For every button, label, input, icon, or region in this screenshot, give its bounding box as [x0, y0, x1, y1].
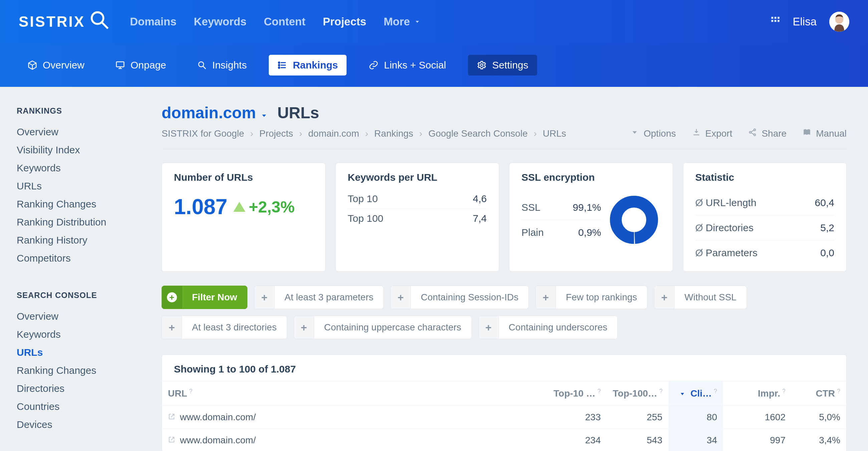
filter-pill[interactable]: +Containing underscores — [478, 316, 618, 339]
sidebar-item-urls[interactable]: URLs — [17, 177, 140, 195]
breadcrumb-item[interactable]: Google Search Console — [428, 128, 527, 139]
sidebar-item-urls[interactable]: URLs — [17, 343, 140, 361]
svg-line-24 — [751, 132, 754, 134]
kpi-title: Number of URLs — [162, 163, 325, 186]
urls-table: URL? Top-10 …? Top-100…? Cli…? Impr.? CT… — [162, 381, 846, 451]
kpi-delta: +2,3% — [234, 198, 294, 216]
gear-icon — [477, 60, 487, 70]
breadcrumb: SISTRIX for Google›Projects›domain.com›R… — [162, 128, 566, 139]
col-url[interactable]: URL? — [162, 381, 545, 406]
options-dropdown[interactable]: Options — [630, 128, 676, 139]
top-navbar: SISTRIX DomainsKeywordsContentProjectsMo… — [0, 0, 868, 43]
sidebar-item-countries[interactable]: Countries — [17, 397, 140, 416]
topnav-item-projects[interactable]: Projects — [323, 16, 366, 28]
filter-pill[interactable]: +At least 3 directories — [162, 316, 287, 339]
kpi-title: Keywords per URL — [336, 163, 499, 186]
sidebar-item-ranking-changes[interactable]: Ranking Changes — [17, 361, 140, 380]
plus-icon: + — [162, 286, 182, 309]
urls-table-card: Showing 1 to 100 of 1.087 URL? Top-10 …?… — [162, 355, 847, 451]
breadcrumb-item[interactable]: SISTRIX for Google — [162, 128, 244, 139]
subnav-item-settings[interactable]: Settings — [468, 55, 537, 76]
cell-clicks: 80 — [669, 406, 723, 429]
svg-line-12 — [203, 66, 206, 69]
col-ctr[interactable]: CTR? — [792, 381, 846, 406]
chevron-down-icon — [630, 128, 639, 139]
sidebar-item-competitors[interactable]: Competitors — [17, 249, 140, 267]
list-icon — [277, 60, 287, 70]
svg-rect-3 — [775, 17, 777, 19]
share-icon — [748, 128, 757, 139]
domain-name: domain.com — [162, 103, 256, 122]
table-row[interactable]: www.domain.com/2332558016025,0% — [162, 406, 846, 429]
cell-url: www.domain.com/ — [162, 406, 545, 429]
kpi-rows: Top 104,6Top 1007,4 — [336, 186, 499, 239]
user-name[interactable]: Elisa — [793, 16, 816, 28]
sort-desc-icon — [680, 388, 685, 399]
topnav-item-content[interactable]: Content — [264, 16, 306, 28]
export-button[interactable]: Export — [692, 128, 733, 139]
monitor-icon — [115, 60, 125, 70]
kpi-ssl-encryption: SSL encryption SSL99,1%Plain0,9% — [509, 163, 673, 272]
subnav-item-links-social[interactable]: Links + Social — [360, 55, 455, 76]
manual-button[interactable]: Manual — [803, 128, 847, 139]
domain-selector[interactable]: domain.com — [162, 103, 268, 122]
cell-ctr: 5,0% — [792, 406, 846, 429]
topnav-item-more[interactable]: More — [383, 16, 421, 28]
sidebar-heading: SEARCH CONSOLE — [17, 291, 140, 300]
table-showing: Showing 1 to 100 of 1.087 — [162, 355, 846, 381]
sidebar-item-overview[interactable]: Overview — [17, 307, 140, 325]
cell-top10: 233 — [545, 406, 607, 429]
cell-impr: 997 — [723, 429, 792, 451]
topnav-item-keywords[interactable]: Keywords — [194, 16, 247, 28]
plus-icon: + — [536, 286, 556, 309]
sidebar-item-keywords[interactable]: Keywords — [17, 325, 140, 343]
topnav-items: DomainsKeywordsContentProjectsMore — [130, 16, 421, 28]
col-top100[interactable]: Top-100…? — [607, 381, 669, 406]
col-top10[interactable]: Top-10 …? — [545, 381, 607, 406]
plus-icon: + — [254, 286, 274, 309]
subnav-item-rankings[interactable]: Rankings — [269, 55, 346, 76]
kpi-row: Plain0,9% — [522, 220, 601, 245]
cell-top100: 543 — [607, 429, 669, 451]
topnav-item-domains[interactable]: Domains — [130, 16, 176, 28]
sidebar-item-overview[interactable]: Overview — [17, 123, 140, 141]
brand[interactable]: SISTRIX — [19, 10, 110, 34]
filter-now-button[interactable]: +Filter Now — [162, 285, 247, 309]
topnav-right: Elisa — [771, 12, 849, 32]
col-clicks[interactable]: Cli…? — [669, 381, 723, 406]
breadcrumb-item[interactable]: Rankings — [374, 128, 413, 139]
filter-pill[interactable]: +Without SSL — [654, 285, 747, 309]
subnav-item-overview[interactable]: Overview — [19, 55, 93, 76]
svg-point-19 — [480, 64, 483, 66]
page-title: URLs — [277, 103, 319, 122]
search-icon — [197, 60, 207, 70]
table-row[interactable]: www.domain.com/234543349973,4% — [162, 429, 846, 451]
subnav-item-insights[interactable]: Insights — [188, 55, 255, 76]
sidebar-item-visibility-index[interactable]: Visibility Index — [17, 141, 140, 159]
filter-pill[interactable]: +Containing Session-IDs — [390, 285, 529, 309]
main: RANKINGSOverviewVisibility IndexKeywords… — [0, 87, 868, 451]
apps-grid-icon[interactable] — [771, 16, 780, 28]
filter-pill[interactable]: +Containing uppercase characters — [294, 316, 472, 339]
kpi-statistic: Statistic ØURL-length60,4ØDirectories5,2… — [683, 163, 847, 272]
sidebar-item-directories[interactable]: Directories — [17, 380, 140, 397]
sidebar-item-ranking-history[interactable]: Ranking History — [17, 231, 140, 249]
filter-pill[interactable]: +Few top rankings — [535, 285, 647, 309]
kpi-value: 1.087 — [174, 194, 227, 219]
sidebar-item-keywords[interactable]: Keywords — [17, 159, 140, 177]
breadcrumb-item[interactable]: domain.com — [308, 128, 359, 139]
kpi-row: ØParameters0,0 — [695, 240, 835, 265]
breadcrumb-item[interactable]: Projects — [259, 128, 293, 139]
ssl-donut-chart — [607, 193, 661, 246]
svg-rect-6 — [775, 20, 777, 22]
sidebar-item-ranking-distribution[interactable]: Ranking Distribution — [17, 213, 140, 231]
sidebar-item-ranking-changes[interactable]: Ranking Changes — [17, 195, 140, 213]
filter-pill[interactable]: +At least 3 parameters — [254, 285, 383, 309]
avatar[interactable] — [829, 12, 849, 32]
content: domain.com URLs SISTRIX for Google›Proje… — [140, 87, 868, 451]
share-button[interactable]: Share — [748, 128, 786, 139]
col-impr[interactable]: Impr.? — [723, 381, 792, 406]
subnav-item-onpage[interactable]: Onpage — [106, 55, 175, 76]
ssl-rows: SSL99,1%Plain0,9% — [522, 195, 601, 245]
sidebar-item-devices[interactable]: Devices — [17, 416, 140, 433]
